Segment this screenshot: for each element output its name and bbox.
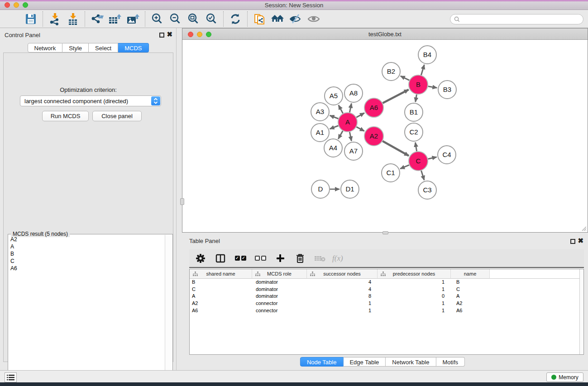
- mcds-result-item[interactable]: A2: [9, 236, 165, 243]
- graph-node-C1[interactable]: C1: [382, 164, 400, 182]
- graph-edge-C-C4[interactable]: [428, 157, 436, 159]
- tab-network-table[interactable]: Network Table: [386, 357, 436, 367]
- table-scrollbar[interactable]: [579, 269, 583, 354]
- result-list-scrollbar[interactable]: [165, 235, 172, 384]
- column-header-predecessor-nodes[interactable]: predecessor nodes: [378, 269, 451, 279]
- cell-shared-name[interactable]: C: [190, 286, 252, 293]
- cell-predecessor-nodes[interactable]: 1: [378, 307, 451, 315]
- graph-node-A7[interactable]: A7: [344, 142, 363, 160]
- cell-predecessor-nodes[interactable]: 1: [378, 300, 451, 307]
- graph-node-D1[interactable]: D1: [341, 180, 359, 198]
- tab-mcds[interactable]: MCDS: [118, 43, 148, 52]
- graph-edge-C-C2[interactable]: [416, 143, 417, 152]
- tab-style[interactable]: Style: [62, 43, 89, 52]
- export-image-button[interactable]: [124, 10, 142, 28]
- import-network-button[interactable]: [46, 10, 64, 28]
- mcds-result-item[interactable]: A: [9, 243, 165, 250]
- cell-shared-name[interactable]: A6: [190, 307, 252, 315]
- graph-node-A4[interactable]: A4: [324, 139, 342, 157]
- graph-node-A2[interactable]: A2: [364, 127, 383, 146]
- mcds-result-item[interactable]: B: [9, 250, 165, 257]
- graph-edge-B-B4[interactable]: [421, 65, 424, 75]
- save-session-button[interactable]: [22, 10, 40, 28]
- graph-node-C4[interactable]: C4: [438, 146, 456, 164]
- mcds-result-item[interactable]: A6: [9, 265, 165, 272]
- graph-edge-B-B3[interactable]: [428, 86, 437, 88]
- graph-edge-A-A8[interactable]: [349, 104, 351, 113]
- graph-node-A5[interactable]: A5: [325, 87, 343, 105]
- cell-shared-name[interactable]: A2: [190, 300, 252, 307]
- show-columns-button[interactable]: [213, 250, 228, 267]
- cell-successor-nodes[interactable]: 1: [307, 307, 378, 315]
- cell-name[interactable]: C: [451, 286, 490, 293]
- graph-edge-A2-C[interactable]: [382, 141, 409, 156]
- graph-edge-A6-B[interactable]: [383, 90, 409, 103]
- column-header-successor-nodes[interactable]: successor nodes: [307, 269, 378, 279]
- cell-name[interactable]: A: [451, 293, 490, 300]
- graph-edge-A-A6[interactable]: [356, 113, 364, 118]
- graph-node-A[interactable]: A: [338, 113, 357, 132]
- cell-successor-nodes[interactable]: 8: [307, 293, 378, 300]
- cell-mcds-role[interactable]: dominator: [252, 279, 307, 286]
- cell-shared-name[interactable]: B: [190, 279, 252, 286]
- graph-node-B1[interactable]: B1: [405, 103, 423, 121]
- export-table-button[interactable]: [106, 10, 124, 28]
- zoom-out-button[interactable]: [166, 10, 184, 28]
- graph-node-C2[interactable]: C2: [405, 123, 423, 141]
- network-window-titlebar[interactable]: testGlobe.txt: [182, 29, 588, 40]
- search-input[interactable]: [462, 16, 579, 23]
- clone-network-button[interactable]: [250, 10, 268, 28]
- graph-edge-A-A5[interactable]: [339, 105, 343, 113]
- toggle-graphics-details-button[interactable]: [287, 10, 305, 28]
- import-table-button[interactable]: [64, 10, 82, 28]
- graph-node-B2[interactable]: B2: [382, 62, 400, 81]
- graph-edge-C-C3[interactable]: [421, 171, 425, 180]
- cell-name[interactable]: A6: [451, 307, 490, 315]
- column-header-shared-name[interactable]: shared name: [190, 269, 252, 279]
- vertical-splitter-grip[interactable]: [180, 198, 184, 205]
- table-row[interactable]: A6connector11A6: [190, 307, 583, 315]
- cell-name[interactable]: A2: [451, 300, 490, 307]
- network-canvas[interactable]: B4B2BB3A8A5A6A3B1AA1C2A2A4A7C4CC1DD1C3: [182, 40, 588, 232]
- show-eye-button[interactable]: [305, 10, 323, 28]
- cell-predecessor-nodes[interactable]: 0: [378, 293, 451, 300]
- select-all-checks-button[interactable]: ✓✓: [233, 250, 248, 267]
- column-header-mcds-role[interactable]: MCDS role: [252, 269, 307, 279]
- close-panel-button[interactable]: Close panel: [92, 111, 142, 121]
- graph-node-A6[interactable]: A6: [364, 98, 383, 117]
- delete-column-button[interactable]: [292, 250, 308, 267]
- zoom-in-button[interactable]: [148, 10, 166, 28]
- tab-network[interactable]: Network: [27, 43, 62, 52]
- graph-edge-C-C1[interactable]: [400, 165, 409, 169]
- cell-successor-nodes[interactable]: 1: [307, 300, 378, 307]
- graph-node-D[interactable]: D: [311, 180, 330, 198]
- mcds-result-item[interactable]: C: [9, 257, 165, 265]
- graph-edge-B-B1[interactable]: [416, 95, 417, 102]
- graph-edge-B-B2[interactable]: [401, 76, 409, 80]
- cell-successor-nodes[interactable]: 4: [307, 286, 378, 293]
- delete-table-button[interactable]: [312, 250, 328, 267]
- cell-predecessor-nodes[interactable]: 1: [378, 286, 451, 293]
- table-settings-gear-button[interactable]: [193, 250, 208, 267]
- graph-edge-A-A1[interactable]: [330, 126, 339, 129]
- table-row[interactable]: Bdominator41B: [190, 279, 583, 286]
- graph-edge-A-A4[interactable]: [338, 131, 343, 139]
- graph-node-A8[interactable]: A8: [344, 84, 363, 102]
- cell-mcds-role[interactable]: connector: [252, 300, 307, 307]
- open-file-button[interactable]: [4, 10, 22, 28]
- mcds-result-list[interactable]: A2ABCA6: [9, 236, 165, 384]
- cell-shared-name[interactable]: A: [190, 293, 252, 300]
- task-history-button[interactable]: [5, 372, 17, 382]
- tab-edge-table[interactable]: Edge Table: [343, 357, 386, 367]
- add-column-button[interactable]: [272, 250, 288, 267]
- graph-edge-A-A7[interactable]: [349, 132, 351, 141]
- cell-mcds-role[interactable]: dominator: [252, 293, 307, 300]
- table-row[interactable]: A2connector11A2: [190, 300, 583, 307]
- float-panel-icon[interactable]: [159, 33, 164, 38]
- refresh-view-button[interactable]: [226, 10, 244, 28]
- zoom-selected-button[interactable]: [202, 10, 220, 28]
- function-builder-icon[interactable]: f(x): [332, 254, 343, 263]
- graph-node-C[interactable]: C: [409, 152, 428, 171]
- tab-motifs[interactable]: Motifs: [436, 357, 465, 367]
- horizontal-splitter-grip[interactable]: [382, 231, 388, 234]
